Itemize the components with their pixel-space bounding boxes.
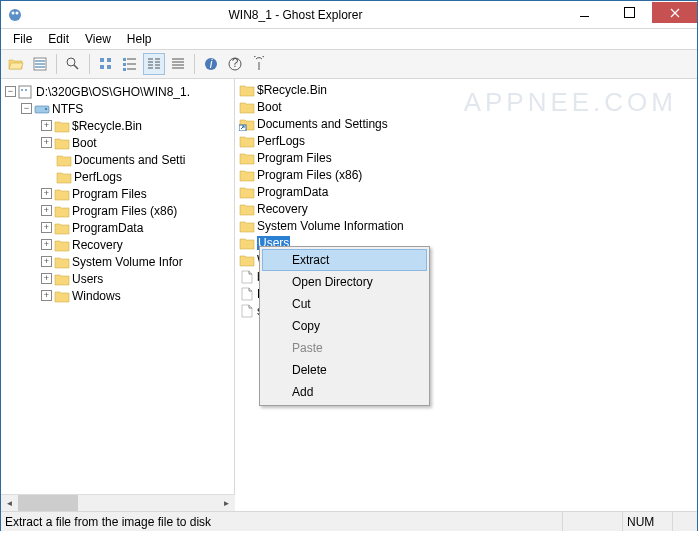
folder-icon [54, 187, 70, 201]
folder-open-icon [239, 100, 255, 114]
expand-icon[interactable]: + [41, 120, 52, 131]
statusbar-cell [672, 512, 697, 531]
svg-rect-9 [123, 58, 126, 61]
shortcut-icon [239, 117, 255, 131]
tree-item-label: Users [72, 272, 103, 286]
svg-text:i: i [210, 57, 213, 71]
context-menu: ExtractOpen DirectoryCutCopyPasteDeleteA… [259, 246, 430, 406]
tree-item[interactable]: +Program Files [1, 185, 234, 202]
list-item[interactable]: System Volume Information [237, 217, 695, 234]
menu-edit[interactable]: Edit [40, 30, 77, 48]
expand-icon[interactable]: + [41, 222, 52, 233]
tree-item[interactable]: +Boot [1, 134, 234, 151]
context-menu-item-copy[interactable]: Copy [262, 315, 427, 337]
file-icon [239, 304, 255, 318]
statusbar-text: Extract a file from the image file to di… [1, 515, 562, 529]
expand-icon[interactable]: + [41, 205, 52, 216]
tree-item[interactable]: +System Volume Infor [1, 253, 234, 270]
context-menu-item-cut[interactable]: Cut [262, 293, 427, 315]
list-item[interactable]: Boot [237, 98, 695, 115]
tree-item-label: System Volume Infor [72, 255, 183, 269]
svg-point-4 [67, 58, 75, 66]
expand-icon[interactable]: + [41, 188, 52, 199]
folder-open-icon [239, 168, 255, 182]
folder-icon [54, 204, 70, 218]
tree-item[interactable]: +Recovery [1, 236, 234, 253]
list-item[interactable]: Documents and Settings [237, 115, 695, 132]
list-item-label: Boot [257, 100, 282, 114]
folder-icon [56, 153, 72, 167]
svg-point-1 [12, 11, 15, 14]
tree-item[interactable]: +Program Files (x86) [1, 202, 234, 219]
tree-scrollbar[interactable]: ◄ ► [1, 494, 235, 511]
expand-icon[interactable]: + [41, 290, 52, 301]
toolbar-separator [56, 54, 57, 74]
file-icon [239, 270, 255, 284]
collapse-icon[interactable]: − [21, 103, 32, 114]
svg-rect-19 [35, 106, 49, 113]
folder-icon [54, 119, 70, 133]
list-item-label: $Recycle.Bin [257, 83, 327, 97]
list-view-button[interactable] [143, 53, 165, 75]
tree-partition[interactable]: − NTFS [1, 100, 234, 117]
tree-item-label: ProgramData [72, 221, 143, 235]
list-item-label: System Volume Information [257, 219, 404, 233]
expand-icon[interactable]: + [41, 137, 52, 148]
large-icons-button[interactable] [95, 53, 117, 75]
tree-item[interactable]: PerfLogs [1, 168, 234, 185]
toolbar-separator [89, 54, 90, 74]
tree-item[interactable]: +$Recycle.Bin [1, 117, 234, 134]
minimize-button[interactable] [562, 2, 607, 23]
menu-file[interactable]: File [5, 30, 40, 48]
context-menu-item-add[interactable]: Add [262, 381, 427, 403]
tree-partition-label: NTFS [52, 102, 83, 116]
tree-item-label: Boot [72, 136, 97, 150]
folder-open-icon [239, 236, 255, 250]
antenna-button[interactable] [248, 53, 270, 75]
drive-icon [34, 102, 50, 116]
context-menu-item-paste: Paste [262, 337, 427, 359]
open-button[interactable] [5, 53, 27, 75]
folder-open-icon [239, 185, 255, 199]
expand-icon[interactable]: + [41, 239, 52, 250]
svg-rect-5 [100, 58, 104, 62]
toolbar-separator [194, 54, 195, 74]
menu-help[interactable]: Help [119, 30, 160, 48]
small-icons-button[interactable] [119, 53, 141, 75]
expand-icon[interactable]: + [41, 256, 52, 267]
toolbar: i ? [1, 49, 697, 79]
list-item[interactable]: ProgramData [237, 183, 695, 200]
tree-item[interactable]: +Windows [1, 287, 234, 304]
tree-item[interactable]: Documents and Setti [1, 151, 234, 168]
context-menu-item-open-directory[interactable]: Open Directory [262, 271, 427, 293]
list-item[interactable]: Recovery [237, 200, 695, 217]
list-item-label: ProgramData [257, 185, 328, 199]
scroll-left-icon[interactable]: ◄ [1, 495, 18, 512]
menu-view[interactable]: View [77, 30, 119, 48]
info-button[interactable]: i [200, 53, 222, 75]
titlebar: WIN8_1 - Ghost Explorer [1, 1, 697, 29]
list-item[interactable]: Program Files (x86) [237, 166, 695, 183]
list-item[interactable]: PerfLogs [237, 132, 695, 149]
tree-root[interactable]: − D:\320GB\OS\GHO\WIN8_1. [1, 83, 234, 100]
expand-icon[interactable]: + [41, 273, 52, 284]
svg-point-0 [9, 9, 21, 21]
list-item-label: Documents and Settings [257, 117, 388, 131]
tree-item-label: PerfLogs [74, 170, 122, 184]
help-button[interactable]: ? [224, 53, 246, 75]
collapse-icon[interactable]: − [5, 86, 16, 97]
properties-button[interactable] [29, 53, 51, 75]
tree-item[interactable]: +ProgramData [1, 219, 234, 236]
scroll-right-icon[interactable]: ► [218, 495, 235, 512]
scroll-thumb[interactable] [18, 495, 78, 511]
context-menu-item-extract[interactable]: Extract [262, 249, 427, 271]
search-button[interactable] [62, 53, 84, 75]
list-item[interactable]: Program Files [237, 149, 695, 166]
details-view-button[interactable] [167, 53, 189, 75]
tree-item[interactable]: +Users [1, 270, 234, 287]
close-button[interactable] [652, 2, 697, 23]
context-menu-item-delete[interactable]: Delete [262, 359, 427, 381]
folder-open-icon [239, 134, 255, 148]
maximize-button[interactable] [607, 2, 652, 23]
list-item[interactable]: $Recycle.Bin [237, 81, 695, 98]
